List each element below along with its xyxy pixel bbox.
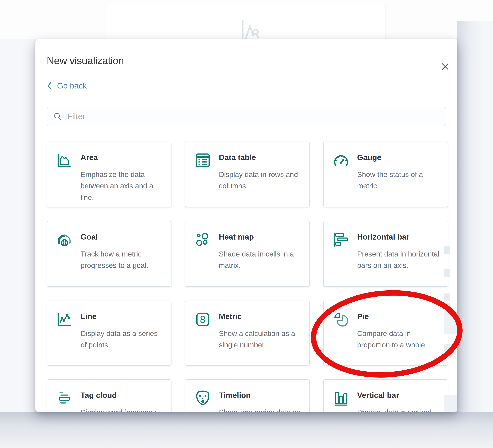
- card-title: Tag cloud: [80, 391, 166, 400]
- line-chart-icon: [56, 311, 73, 328]
- vis-card-gauge[interactable]: Gauge Show the status of a metric.: [323, 142, 448, 207]
- data-table-icon: [194, 152, 211, 169]
- pie-chart-icon: [333, 311, 349, 328]
- card-description: Track how a metric progresses to a goal.: [80, 248, 166, 271]
- tag-cloud-icon: [56, 390, 73, 407]
- card-title: Goal: [80, 233, 166, 241]
- background-bar-fragment: [444, 293, 450, 302]
- vis-card-goal[interactable]: 8 Goal Track how a metric progresses to …: [47, 221, 171, 287]
- metric-icon: 8: [194, 311, 211, 328]
- background-panel-fragment: [444, 395, 457, 412]
- go-back-label: Go back: [57, 81, 87, 90]
- vis-card-line[interactable]: Line Display data as a series of points.: [47, 301, 171, 366]
- card-title: Area: [80, 153, 166, 162]
- close-icon: [441, 62, 450, 71]
- background-panel-fragment: [444, 311, 457, 334]
- svg-text:8: 8: [63, 240, 66, 246]
- background-bar-fragment: [444, 269, 450, 277]
- filter-input[interactable]: [67, 112, 440, 121]
- card-title: Timelion: [219, 391, 304, 400]
- vis-card-tag-cloud[interactable]: Tag cloud Display word frequency with fo…: [47, 379, 171, 412]
- card-description: Show a calculation as a single number.: [219, 328, 304, 351]
- vis-card-horizontal-bar[interactable]: Horizontal bar Present data in horizonta…: [323, 221, 448, 287]
- vis-card-data-table[interactable]: Data table Display data in rows and colu…: [185, 142, 310, 207]
- visualization-type-grid: Area Emphasize the data between an axis …: [47, 142, 446, 412]
- background-bar-fragment: [440, 303, 450, 310]
- background-bar-fragment: [444, 344, 450, 352]
- vis-card-pie[interactable]: Pie Compare data in proportion to a whol…: [323, 301, 448, 366]
- vis-card-vertical-bar[interactable]: Vertical bar Present data in vertical ba…: [323, 379, 448, 412]
- card-description: Show time series data on a graph.: [219, 407, 304, 412]
- card-description: Emphasize the data between an axis and a…: [80, 169, 166, 203]
- card-description: Display data in rows and columns.: [219, 169, 304, 192]
- close-button[interactable]: [437, 59, 453, 74]
- filter-search-box[interactable]: [47, 107, 446, 126]
- card-title: Vertical bar: [357, 391, 442, 400]
- card-title: Heat map: [219, 233, 304, 241]
- card-title: Data table: [219, 153, 304, 162]
- svg-text:8: 8: [200, 314, 205, 325]
- modal-title: New visualization: [47, 55, 446, 67]
- vis-card-timelion[interactable]: Timelion Show time series data on a grap…: [185, 379, 310, 412]
- page-background-right: [457, 21, 493, 448]
- card-description: Show the status of a metric.: [357, 169, 442, 192]
- heat-map-icon: [194, 231, 211, 248]
- card-title: Metric: [219, 312, 304, 321]
- new-visualization-modal: New visualization Go back Area: [35, 39, 457, 412]
- card-title: Horizontal bar: [357, 233, 442, 241]
- card-title: Line: [80, 312, 166, 321]
- vis-card-metric[interactable]: 8 Metric Show a calculation as a single …: [185, 301, 310, 366]
- search-icon: [53, 112, 62, 121]
- vis-card-heat-map[interactable]: Heat map Shade data in cells in a matrix…: [185, 221, 310, 287]
- go-back-link[interactable]: Go back: [47, 81, 87, 90]
- card-description: Display data as a series of points.: [80, 328, 166, 351]
- area-chart-icon: [56, 152, 73, 169]
- goal-icon: 8: [56, 231, 73, 248]
- card-description: Shade data in cells in a matrix.: [219, 248, 304, 271]
- card-description: Display word frequency with font size.: [80, 407, 166, 412]
- vis-card-area[interactable]: Area Emphasize the data between an axis …: [47, 142, 171, 207]
- card-description: Present data in vertical bars on an axis…: [357, 407, 442, 412]
- vertical-bar-icon: [333, 390, 349, 407]
- gauge-icon: [333, 152, 349, 169]
- page-background-bottom: [0, 412, 493, 448]
- chevron-left-icon: [47, 81, 53, 90]
- card-title: Pie: [357, 312, 442, 321]
- card-description: Compare data in proportion to a whole.: [357, 328, 442, 351]
- card-title: Gauge: [357, 153, 442, 162]
- horizontal-bar-icon: [333, 231, 349, 248]
- background-bar-fragment: [444, 246, 450, 254]
- card-description: Present data in horizontal bars on an ax…: [357, 248, 442, 271]
- timelion-bear-icon: [194, 390, 211, 407]
